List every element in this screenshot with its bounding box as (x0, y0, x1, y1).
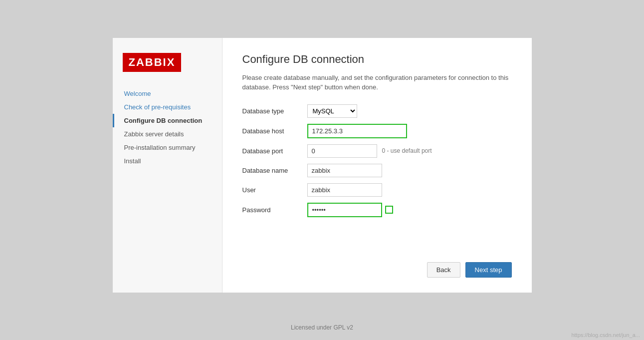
page-title: Configure DB connection (242, 53, 512, 66)
sidebar-item-install[interactable]: Install (113, 154, 222, 168)
user-label: User (242, 186, 307, 194)
db-type-label: Database type (242, 107, 307, 115)
sidebar-item-preinstall[interactable]: Pre-installation summary (113, 141, 222, 154)
user-row: User (242, 183, 512, 197)
password-wrapper (307, 203, 393, 217)
footer: Licensed under GPL v2 (0, 324, 644, 331)
db-type-row: Database type MySQL PostgreSQL Oracle IB… (242, 104, 512, 118)
watermark: https://blog.csdn.net/jun_a... (571, 332, 640, 338)
db-host-input[interactable] (307, 124, 407, 138)
db-port-hint: 0 - use default port (382, 147, 432, 154)
password-label: Password (242, 206, 307, 214)
password-input[interactable] (307, 203, 382, 217)
db-port-input[interactable] (307, 144, 377, 158)
zabbix-logo: ZABBIX (123, 53, 182, 72)
sidebar: ZABBIX Welcome Check of pre-requisites C… (113, 38, 222, 293)
db-form: Database type MySQL PostgreSQL Oracle IB… (242, 104, 512, 223)
back-button[interactable]: Back (427, 262, 460, 278)
db-port-row: Database port 0 - use default port (242, 144, 512, 158)
description: Please create database manually, and set… (242, 73, 512, 92)
db-name-input[interactable] (307, 164, 382, 177)
password-check-indicator (385, 206, 393, 214)
page-wrapper: ZABBIX Welcome Check of pre-requisites C… (0, 0, 644, 340)
db-type-select[interactable]: MySQL PostgreSQL Oracle IBM DB2 (307, 104, 357, 118)
sidebar-nav: Welcome Check of pre-requisites Configur… (113, 87, 222, 168)
button-row: Back Next step (242, 247, 512, 278)
main-content: Configure DB connection Please create da… (222, 38, 532, 293)
sidebar-item-welcome[interactable]: Welcome (113, 87, 222, 100)
logo-area: ZABBIX (113, 48, 222, 87)
db-name-row: Database name (242, 164, 512, 177)
license-text: Licensed under GPL v2 (291, 324, 353, 331)
sidebar-item-dbconn[interactable]: Configure DB connection (113, 114, 222, 127)
sidebar-item-serverdetails[interactable]: Zabbix server details (113, 127, 222, 141)
password-row: Password (242, 203, 512, 217)
db-host-row: Database host (242, 124, 512, 138)
db-name-label: Database name (242, 167, 307, 174)
user-input[interactable] (307, 183, 382, 197)
main-card: ZABBIX Welcome Check of pre-requisites C… (113, 38, 532, 293)
next-step-button[interactable]: Next step (465, 262, 512, 278)
sidebar-item-prereq[interactable]: Check of pre-requisites (113, 100, 222, 114)
db-host-label: Database host (242, 127, 307, 135)
db-port-label: Database port (242, 147, 307, 155)
